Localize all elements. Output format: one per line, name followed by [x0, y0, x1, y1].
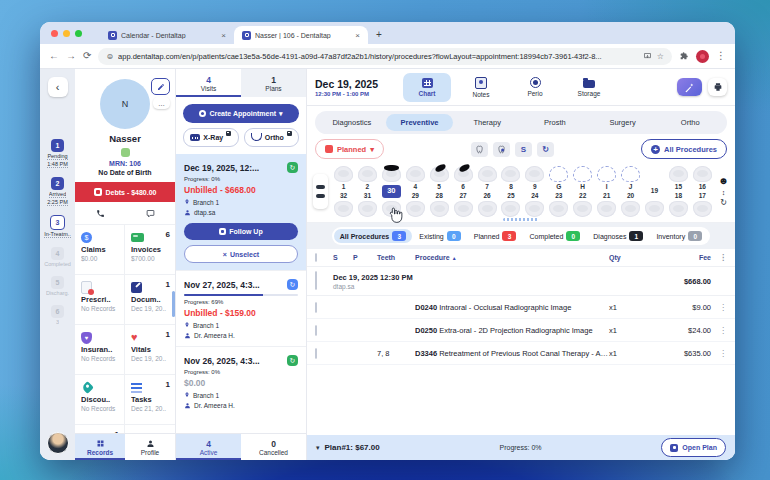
- tooth-column[interactable]: 924: [524, 166, 545, 217]
- sync-icon[interactable]: ↻: [287, 279, 298, 290]
- horizontal-scrollbar[interactable]: [503, 218, 539, 221]
- chip-inventory[interactable]: Inventory 0: [650, 229, 708, 243]
- tooth-column[interactable]: 627: [453, 166, 474, 217]
- step-in-treatment[interactable]: 3 In-Treatm..: [44, 215, 71, 238]
- tooth-column[interactable]: 132: [333, 166, 354, 217]
- tooth-column[interactable]: 528: [429, 166, 450, 217]
- tab-perio[interactable]: Perio: [511, 73, 559, 102]
- upper-tooth-icon[interactable]: [621, 166, 640, 182]
- lower-tooth-icon[interactable]: [669, 201, 688, 217]
- sync-icon[interactable]: ↻: [287, 355, 298, 366]
- upper-tooth-icon[interactable]: [597, 166, 616, 182]
- card-tasks[interactable]: 1 Tasks Dec 21, 20..: [125, 375, 175, 425]
- upper-tooth-icon[interactable]: [501, 166, 520, 182]
- lower-tooth-icon[interactable]: [645, 201, 664, 217]
- patient-more-button[interactable]: …: [153, 97, 170, 109]
- sync-icon[interactable]: ↻: [287, 162, 298, 173]
- select-all-checkbox[interactable]: [315, 253, 317, 262]
- open-plan-button[interactable]: Open Plan: [661, 438, 726, 457]
- scrollbar[interactable]: [172, 291, 175, 317]
- upper-jaw-icon[interactable]: [316, 185, 325, 189]
- browser-profile-avatar[interactable]: [696, 50, 709, 63]
- lower-tooth-icon[interactable]: [501, 201, 520, 217]
- chip-existing[interactable]: Existing 0: [413, 229, 467, 243]
- xray-button[interactable]: X-Ray: [183, 128, 239, 147]
- chip-planned[interactable]: Planned 3: [468, 229, 523, 243]
- tab-storage[interactable]: Storage: [565, 73, 613, 102]
- create-appointment-button[interactable]: Create Appointment ▾: [183, 104, 299, 123]
- address-bar[interactable]: ⊜ app.dentaltap.com/en/p/patients/cae13e…: [98, 48, 672, 65]
- upper-tooth-icon[interactable]: [334, 166, 353, 182]
- lower-tooth-icon[interactable]: [358, 201, 377, 217]
- card-vitals[interactable]: 1 Vitals Dec 19, 20..: [125, 325, 175, 375]
- upper-tooth-icon[interactable]: [669, 166, 688, 182]
- lower-tooth-icon[interactable]: [621, 201, 640, 217]
- tab-plans[interactable]: 1 Plans: [241, 69, 306, 97]
- close-window-button[interactable]: [51, 30, 58, 37]
- surface-mode-button[interactable]: S: [515, 142, 532, 157]
- close-tab-icon[interactable]: ×: [355, 31, 360, 40]
- call-button[interactable]: [75, 202, 125, 224]
- tooth-column[interactable]: G23: [548, 166, 569, 217]
- resize-vertical-icon[interactable]: ↕: [722, 189, 726, 196]
- tab-chart[interactable]: Chart: [403, 73, 451, 102]
- tab-active-appointments[interactable]: 4 Active: [176, 434, 241, 460]
- appointment-group-row[interactable]: Dec 19, 2025 12:30 PM dtap.sa $668.00: [307, 267, 735, 296]
- card-documents[interactable]: 1 Docum.. Dec 19, 20..: [125, 275, 175, 325]
- step-six[interactable]: 6 3: [51, 305, 64, 325]
- upper-tooth-icon[interactable]: [693, 166, 712, 182]
- tooth-edit-button[interactable]: [493, 142, 510, 157]
- reset-chart-button[interactable]: ↻: [537, 142, 554, 157]
- category-prosth[interactable]: Prosth: [521, 114, 589, 131]
- category-diagnostics[interactable]: Diagnostics: [318, 114, 386, 131]
- tooth-column[interactable]: 19: [644, 166, 665, 217]
- column-qty[interactable]: Qty: [609, 254, 655, 261]
- upper-tooth-icon[interactable]: [358, 166, 377, 182]
- lower-tooth-icon[interactable]: [597, 201, 616, 217]
- maximize-window-button[interactable]: [75, 30, 82, 37]
- bookmark-star-icon[interactable]: ☆: [657, 52, 664, 61]
- extensions-icon[interactable]: [679, 51, 689, 61]
- row-menu-icon[interactable]: ⋮: [711, 326, 727, 335]
- category-ortho[interactable]: Ortho: [656, 114, 724, 131]
- browser-tab-patient[interactable]: Nasser | 106 - Dentaltap ×: [234, 26, 368, 44]
- row-checkbox[interactable]: [315, 302, 317, 313]
- tooth-column[interactable]: 1617: [692, 166, 713, 217]
- chip-all-procedures[interactable]: All Procedures 3: [334, 229, 412, 243]
- debts-banner[interactable]: Debts - $480.00: [75, 182, 175, 202]
- step-discharged[interactable]: 5 Discharg.: [46, 276, 69, 296]
- upper-tooth-icon[interactable]: [478, 166, 497, 182]
- upper-tooth-icon[interactable]: [454, 166, 473, 182]
- card-overflow[interactable]: [125, 425, 175, 433]
- reload-icon[interactable]: ⟳: [83, 51, 91, 61]
- lower-tooth-icon[interactable]: [525, 201, 544, 217]
- upper-tooth-icon[interactable]: [430, 166, 449, 182]
- card-claims[interactable]: Claims $0.00: [75, 225, 125, 275]
- category-surgery[interactable]: Surgery: [589, 114, 657, 131]
- tab-visits[interactable]: 4 Visits: [176, 69, 241, 97]
- table-row[interactable]: D0250 Extra-oral - 2D Projection Radiogr…: [307, 319, 735, 342]
- ortho-button[interactable]: Ortho: [244, 128, 300, 147]
- group-checkbox[interactable]: [315, 271, 317, 290]
- planned-filter-button[interactable]: Planned ▾: [315, 139, 384, 159]
- column-procedure[interactable]: Procedure▲: [415, 254, 609, 261]
- upper-tooth-icon[interactable]: [382, 166, 401, 182]
- smiley-face-icon[interactable]: ☻: [718, 176, 729, 186]
- row-checkbox[interactable]: [315, 325, 317, 336]
- tooth-column[interactable]: 825: [500, 166, 521, 217]
- row-menu-icon[interactable]: ⋮: [711, 349, 727, 358]
- tab-notes[interactable]: Notes: [457, 73, 505, 102]
- tab-records[interactable]: Records: [75, 434, 125, 460]
- message-button[interactable]: [125, 202, 175, 224]
- row-menu-icon[interactable]: ⋮: [711, 303, 727, 312]
- ai-assist-button[interactable]: [677, 78, 702, 96]
- lower-tooth-icon[interactable]: [430, 201, 449, 217]
- tooth-column-selected[interactable]: 30: [381, 166, 402, 217]
- plan-summary[interactable]: ▾ Plan#1: $67.00: [316, 443, 380, 452]
- column-teeth[interactable]: Teeth: [377, 254, 415, 261]
- edit-patient-button[interactable]: [151, 78, 170, 95]
- rotate-icon[interactable]: ↻: [720, 199, 727, 207]
- follow-up-button[interactable]: Follow Up: [184, 223, 298, 240]
- lower-tooth-icon[interactable]: [478, 201, 497, 217]
- category-therapy[interactable]: Therapy: [453, 114, 521, 131]
